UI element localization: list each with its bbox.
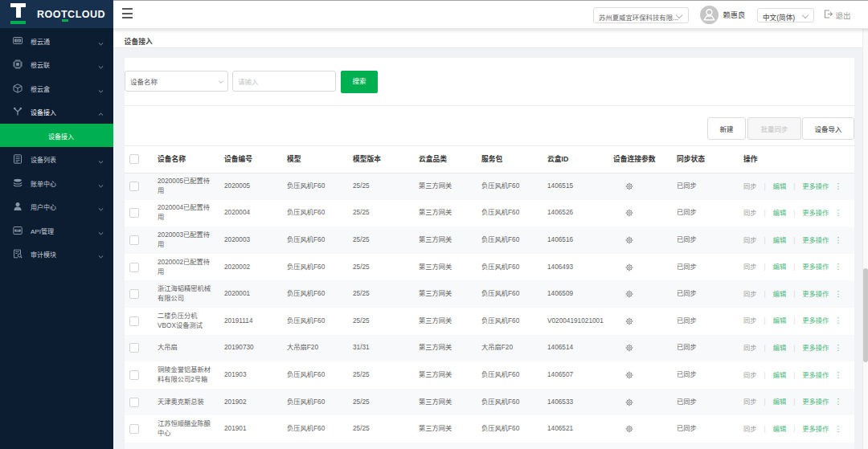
svg-text:SIM: SIM: [15, 39, 20, 43]
svg-text:API: API: [16, 229, 19, 232]
